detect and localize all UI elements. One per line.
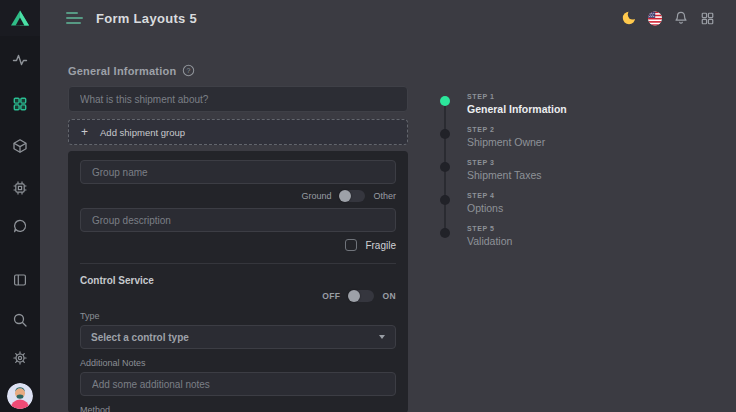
sidebar-item-search[interactable] [0,305,40,335]
shipment-group-card: Ground Other Fragile Control Service OFF… [68,151,408,412]
step-dot[interactable] [440,162,450,172]
notifications-bell-icon[interactable] [673,10,689,26]
form-column: General Information ? + Add shipment gro… [68,36,408,412]
section-header: General Information ? [68,64,408,77]
on-label: ON [382,291,396,301]
search-icon [12,312,28,328]
ground-other-toggle[interactable] [339,190,365,202]
menu-icon[interactable] [66,12,83,24]
control-type-select[interactable]: Select a control type [80,325,396,349]
user-avatar[interactable] [7,383,33,409]
page-title: Form Layouts 5 [96,11,197,26]
step-item-3[interactable]: STEP 3 Shipment Taxes [440,159,610,192]
shipment-about-input[interactable] [68,86,408,112]
step-label: STEP 2 [467,126,545,133]
top-header: Form Layouts 5 [40,0,736,36]
apps-grid-icon[interactable] [699,10,715,26]
question-circle-icon[interactable]: ? [182,64,195,77]
off-label: OFF [322,291,340,301]
off-on-toggle[interactable] [348,290,374,302]
step-title: Shipment Owner [467,136,545,148]
step-item-2[interactable]: STEP 2 Shipment Owner [440,126,610,159]
step-item-5[interactable]: STEP 5 Validation [440,225,610,258]
step-label: STEP 5 [467,225,512,232]
theme-moon-icon[interactable] [621,10,637,26]
svg-text:?: ? [187,67,191,74]
type-label: Type [80,311,396,321]
sidebar-item-hardware[interactable] [0,173,40,203]
ground-label: Ground [301,191,331,201]
toggle-knob [348,290,360,302]
step-label: STEP 3 [467,159,542,166]
plus-icon: + [81,126,88,138]
sidebar-item-layouts[interactable] [0,89,40,119]
app-root: { "header": { "title": "Form Layouts 5",… [0,0,736,412]
method-label: Method [80,405,396,412]
card-divider [80,263,396,264]
step-dot[interactable] [440,228,450,238]
chat-icon [12,218,28,234]
chevron-down-icon [379,335,385,339]
step-dot[interactable] [440,195,450,205]
cube-icon [12,138,28,154]
sidebar-item-messages[interactable] [0,211,40,241]
panel-icon [12,272,28,288]
add-shipment-group-button[interactable]: + Add shipment group [68,119,408,145]
step-dot[interactable] [440,129,450,139]
brand-triangle-icon [10,9,30,27]
step-item-4[interactable]: STEP 4 Options [440,192,610,225]
sidebar-item-panel-toggle[interactable] [0,265,40,295]
settings-gear-icon [12,350,28,366]
fragile-checkbox[interactable] [345,239,357,251]
off-on-toggle-row: OFF ON [80,289,396,302]
additional-notes-input[interactable] [80,372,396,396]
step-title: Validation [467,235,512,247]
step-title: Shipment Taxes [467,169,542,181]
toggle-knob [339,190,351,202]
group-name-input[interactable] [80,160,396,184]
step-dot[interactable] [440,96,450,106]
chip-icon [12,180,28,196]
sidebar [0,0,40,412]
step-item-1[interactable]: STEP 1 General Information [440,93,610,126]
brand-logo[interactable] [0,0,40,36]
control-type-value: Select a control type [91,332,189,343]
wizard-stepper: STEP 1 General Information STEP 2 Shipme… [440,93,610,258]
layout-grid-icon [12,96,28,112]
other-label: Other [373,191,396,201]
step-title: Options [467,202,503,214]
control-service-title: Control Service [80,275,396,286]
fragile-label: Fragile [365,240,396,251]
additional-notes-label: Additional Notes [80,358,396,368]
activity-icon [12,52,28,68]
ground-other-toggle-row: Ground Other [80,189,396,202]
sidebar-item-settings[interactable] [0,343,40,373]
sidebar-item-components[interactable] [0,131,40,161]
section-title: General Information [68,65,176,77]
step-label: STEP 4 [467,192,503,199]
main-content: General Information ? + Add shipment gro… [40,36,736,412]
add-shipment-group-label: Add shipment group [100,127,185,138]
header-actions [621,10,736,26]
step-label: STEP 1 [467,93,567,100]
step-title: General Information [467,103,567,115]
language-flag-icon[interactable] [647,10,663,26]
group-description-input[interactable] [80,208,396,232]
fragile-row: Fragile [80,238,396,252]
sidebar-item-dashboard[interactable] [0,45,40,75]
